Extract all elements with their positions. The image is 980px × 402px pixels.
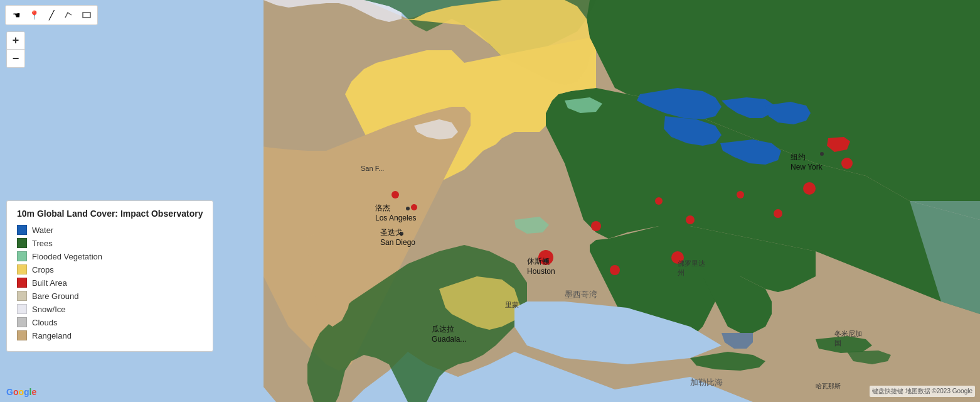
svg-point-6 bbox=[686, 215, 695, 224]
legend-swatch bbox=[17, 291, 27, 301]
zoom-out-button[interactable]: − bbox=[7, 50, 24, 67]
attribution: 键盘快捷键 地图数据 ©2023 Google bbox=[870, 386, 975, 397]
legend-item: Water bbox=[17, 225, 203, 235]
legend-label: Built Area bbox=[32, 278, 67, 288]
svg-point-7 bbox=[655, 197, 663, 205]
legend-item: Rangeland bbox=[17, 330, 203, 340]
svg-rect-18 bbox=[83, 13, 90, 18]
legend-title: 10m Global Land Cover: Impact Observator… bbox=[17, 209, 203, 219]
legend-swatch bbox=[17, 330, 27, 340]
svg-point-16 bbox=[544, 259, 548, 263]
legend-swatch bbox=[17, 225, 27, 235]
legend-item: Crops bbox=[17, 264, 203, 274]
legend-item: Trees bbox=[17, 238, 203, 248]
legend-item: Bare Ground bbox=[17, 291, 203, 301]
polyline-tool-icon[interactable] bbox=[62, 8, 76, 22]
hand-tool-icon[interactable]: ☚ bbox=[9, 8, 23, 22]
svg-point-3 bbox=[803, 182, 816, 195]
legend-label: Flooded Vegetation bbox=[32, 252, 102, 261]
zoom-controls: + − bbox=[6, 31, 25, 68]
pin-tool-icon[interactable]: 📍 bbox=[27, 8, 41, 22]
svg-point-8 bbox=[591, 221, 601, 231]
line-tool-icon[interactable]: ╱ bbox=[45, 8, 58, 22]
svg-point-11 bbox=[391, 191, 399, 198]
legend-swatch bbox=[17, 317, 27, 327]
legend-label: Clouds bbox=[32, 318, 57, 327]
legend-items: WaterTreesFlooded VegetationCropsBuilt A… bbox=[17, 225, 203, 340]
legend-label: Water bbox=[32, 225, 53, 235]
svg-point-15 bbox=[400, 232, 403, 236]
legend-label: Trees bbox=[32, 239, 53, 248]
rectangle-tool-icon[interactable] bbox=[80, 8, 93, 22]
svg-point-12 bbox=[411, 204, 417, 210]
legend-item: Snow/Ice bbox=[17, 304, 203, 314]
svg-point-9 bbox=[841, 158, 853, 169]
svg-point-1 bbox=[538, 250, 553, 265]
legend-swatch bbox=[17, 278, 27, 288]
legend-label: Rangeland bbox=[32, 331, 72, 340]
legend-item: Clouds bbox=[17, 317, 203, 327]
svg-point-10 bbox=[671, 251, 684, 264]
svg-point-4 bbox=[774, 209, 782, 218]
legend-swatch bbox=[17, 304, 27, 314]
toolbar: ☚ 📍 ╱ bbox=[5, 5, 98, 25]
legend-swatch bbox=[17, 251, 27, 261]
legend-label: Snow/Ice bbox=[32, 305, 65, 314]
svg-point-14 bbox=[406, 207, 410, 210]
legend-label: Crops bbox=[32, 265, 54, 274]
svg-point-17 bbox=[820, 152, 824, 156]
legend-panel: 10m Global Land Cover: Impact Observator… bbox=[6, 200, 213, 352]
legend-label: Bare Ground bbox=[32, 291, 78, 301]
legend-swatch bbox=[17, 264, 27, 274]
svg-point-5 bbox=[737, 191, 744, 198]
legend-swatch bbox=[17, 238, 27, 248]
google-logo: Google bbox=[6, 387, 36, 397]
legend-item: Flooded Vegetation bbox=[17, 251, 203, 261]
zoom-in-button[interactable]: + bbox=[7, 32, 24, 50]
legend-item: Built Area bbox=[17, 278, 203, 288]
svg-point-2 bbox=[610, 265, 620, 275]
map-container[interactable]: San F... 洛杰Los Angeles 圣迭戈San Diego 纽约Ne… bbox=[0, 0, 980, 402]
